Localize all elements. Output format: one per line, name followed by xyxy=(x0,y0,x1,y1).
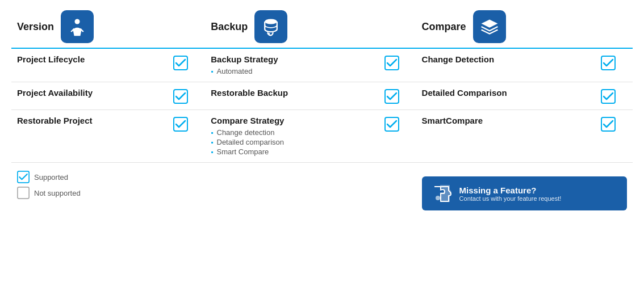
compare-feature-cell: Detailed Comparison xyxy=(416,82,633,110)
feature-cell-inner: Detailed Comparison xyxy=(422,88,627,104)
feature-name: Restorable Backup xyxy=(211,88,384,98)
missing-feature-text: Missing a Feature? Contact us with your … xyxy=(459,185,562,202)
main-container: Version B xyxy=(0,0,644,291)
svg-point-16 xyxy=(436,196,440,200)
feature-text: SmartCompare xyxy=(422,116,601,128)
missing-feature-icon xyxy=(430,182,453,205)
feature-name: Compare Strategy xyxy=(211,116,384,125)
feature-name: SmartCompare xyxy=(422,116,601,125)
svg-rect-15 xyxy=(18,187,29,199)
legend-cell: Supported Not supported xyxy=(11,163,205,213)
legend-supported-check-icon xyxy=(17,171,30,183)
check-icon xyxy=(173,56,188,70)
compare-header: Compare xyxy=(416,6,633,48)
feature-sub-item: Detailed comparison xyxy=(211,137,384,147)
legend: Supported Not supported xyxy=(17,171,199,199)
table-row: Restorable ProjectCompare StrategyChange… xyxy=(11,110,633,163)
check-icon xyxy=(601,89,616,104)
backup-header: Backup xyxy=(205,6,416,48)
feature-rows: Project LifecycleBackup StrategyAutomate… xyxy=(11,48,633,163)
legend-not-supported-label: Not supported xyxy=(34,189,81,197)
missing-feature-banner[interactable]: Missing a Feature? Contact us with your … xyxy=(422,176,627,210)
feature-sub-list: Automated xyxy=(211,66,384,76)
feature-name: Project Availability xyxy=(17,88,173,98)
feature-cell-inner: Project Lifecycle xyxy=(17,54,199,70)
header-row: Version B xyxy=(11,6,633,48)
check-icon xyxy=(384,117,399,132)
check-icon xyxy=(173,117,188,132)
version-header: Version xyxy=(11,6,205,48)
version-feature-cell: Project Lifecycle xyxy=(11,48,205,82)
legend-missing-feature: Missing a Feature? Contact us with your … xyxy=(416,163,633,213)
feature-sub-item: Change detection xyxy=(211,128,384,137)
version-header-label: Version xyxy=(17,21,54,33)
missing-feature-subtitle: Contact us with your feature request! xyxy=(459,195,562,202)
svg-point-0 xyxy=(75,19,80,24)
compare-header-label: Compare xyxy=(422,21,466,33)
feature-name: Restorable Project xyxy=(17,116,173,125)
feature-text: Restorable Project xyxy=(17,116,173,128)
check-icon xyxy=(384,56,399,70)
compare-feature-cell: Change Detection xyxy=(416,48,633,82)
check-icon xyxy=(601,117,616,132)
feature-sub-item: Automated xyxy=(211,66,384,76)
backup-icon xyxy=(261,16,281,37)
svg-point-3 xyxy=(265,19,277,24)
feature-cell-inner: SmartCompare xyxy=(422,116,627,132)
feature-text: Project Availability xyxy=(17,88,173,100)
legend-not-supported: Not supported xyxy=(17,187,199,199)
compare-feature-cell: SmartCompare xyxy=(416,110,633,163)
version-feature-cell: Project Availability xyxy=(11,82,205,110)
check-icon xyxy=(173,89,188,104)
backup-feature-cell: Compare StrategyChange detectionDetailed… xyxy=(205,110,416,163)
check-icon xyxy=(601,56,616,70)
legend-empty xyxy=(205,163,416,213)
version-feature-cell: Restorable Project xyxy=(11,110,205,163)
feature-sub-list: Change detectionDetailed comparisonSmart… xyxy=(211,128,384,157)
missing-feature-title: Missing a Feature? xyxy=(459,185,562,195)
legend-row: Supported Not supported xyxy=(11,163,633,213)
feature-cell-inner: Change Detection xyxy=(422,54,627,70)
backup-header-label: Backup xyxy=(211,21,248,33)
table-row: Project LifecycleBackup StrategyAutomate… xyxy=(11,48,633,82)
feature-text: Detailed Comparison xyxy=(422,88,601,100)
legend-supported-label: Supported xyxy=(34,173,68,182)
feature-cell-inner: Restorable Backup xyxy=(211,88,410,104)
table-row: Project AvailabilityRestorable BackupDet… xyxy=(11,82,633,110)
compare-icon-box xyxy=(473,10,506,43)
feature-cell-inner: Restorable Project xyxy=(17,116,199,132)
legend-supported: Supported xyxy=(17,171,199,183)
version-icon xyxy=(67,16,87,37)
feature-cell-inner: Backup StrategyAutomated xyxy=(211,54,410,76)
feature-name: Detailed Comparison xyxy=(422,88,601,98)
feature-name: Change Detection xyxy=(422,54,601,64)
feature-cell-inner: Project Availability xyxy=(17,88,199,104)
check-icon xyxy=(384,89,399,104)
feature-text: Change Detection xyxy=(422,54,601,66)
backup-feature-cell: Backup StrategyAutomated xyxy=(205,48,416,82)
legend-not-supported-icon xyxy=(17,187,30,199)
svg-marker-4 xyxy=(481,19,497,27)
feature-sub-item: Smart Compare xyxy=(211,147,384,157)
version-icon-box xyxy=(61,10,94,43)
feature-cell-inner: Compare StrategyChange detectionDetailed… xyxy=(211,116,410,157)
feature-text: Project Lifecycle xyxy=(17,54,173,66)
feature-table: Version B xyxy=(11,6,633,213)
compare-icon xyxy=(479,16,500,37)
feature-text: Compare StrategyChange detectionDetailed… xyxy=(211,116,384,157)
feature-text: Backup StrategyAutomated xyxy=(211,54,384,76)
feature-name: Project Lifecycle xyxy=(17,54,173,64)
feature-name: Backup Strategy xyxy=(211,54,384,64)
backup-icon-box xyxy=(254,10,287,43)
feature-text: Restorable Backup xyxy=(211,88,384,100)
backup-feature-cell: Restorable Backup xyxy=(205,82,416,110)
